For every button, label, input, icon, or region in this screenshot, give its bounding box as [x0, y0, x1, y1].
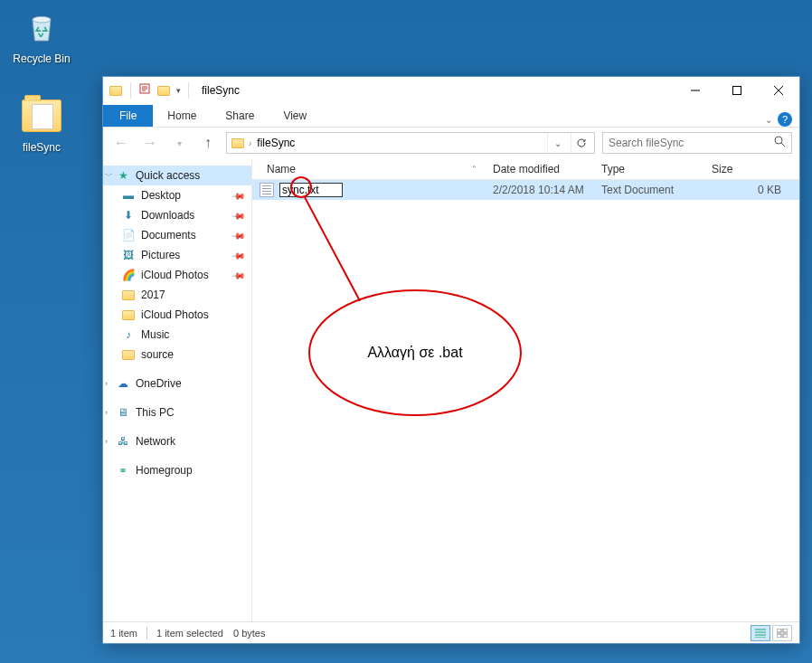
address-box[interactable]: › fileSync ⌄ [226, 132, 595, 154]
desktop-icon-label: Recycle Bin [7, 52, 76, 65]
nav-forward-button[interactable]: → [139, 132, 161, 154]
help-button[interactable]: ? [778, 112, 792, 127]
homegroup-icon: ⚭ [116, 463, 130, 478]
sidebar-homegroup[interactable]: ⚭Homegroup [103, 460, 251, 480]
nav-up-button[interactable]: ↑ [197, 132, 219, 154]
ribbon-expand-button[interactable]: ⌄ [765, 115, 772, 125]
file-list[interactable]: sync.txt 2/2/2018 10:14 AM Text Document… [252, 180, 799, 621]
sidebar-item-2017[interactable]: 2017 [103, 285, 251, 305]
pictures-icon: 🖼 [121, 248, 136, 262]
file-size: 0 KB [704, 184, 799, 196]
file-date: 2/2/2018 10:14 AM [486, 184, 594, 196]
star-icon: ★ [116, 168, 130, 183]
status-bar: 1 item 1 item selected 0 bytes [103, 621, 799, 643]
desktop-icon: ▬ [121, 188, 136, 203]
address-history-dropdown[interactable]: ⌄ [547, 133, 567, 153]
folder-icon [121, 288, 136, 302]
folder-icon [109, 83, 123, 98]
titlebar: ▾ fileSync [103, 77, 799, 104]
desktop-icon-filesync[interactable]: fileSync [7, 94, 76, 154]
icloud-icon: 🌈 [121, 268, 136, 282]
qat-dropdown[interactable]: ▾ [176, 86, 181, 95]
sidebar-item-icloud[interactable]: 🌈iCloud Photos📌 [103, 265, 251, 285]
maximize-button[interactable] [716, 77, 758, 104]
column-type[interactable]: Type [594, 163, 704, 175]
column-name[interactable]: Name⌃ [252, 163, 486, 175]
status-item-count: 1 item [110, 628, 137, 639]
view-large-icons-button[interactable] [772, 625, 792, 641]
column-date[interactable]: Date modified [486, 163, 594, 175]
sidebar-onedrive[interactable]: ›☁OneDrive [103, 374, 251, 393]
sidebar-item-pictures[interactable]: 🖼Pictures📌 [103, 245, 251, 265]
column-size[interactable]: Size [704, 163, 799, 175]
desktop-icon-label: fileSync [7, 141, 76, 154]
pin-icon: 📌 [231, 228, 246, 242]
folder-icon [121, 308, 136, 322]
rename-input[interactable]: sync.txt [279, 183, 343, 197]
pin-icon: 📌 [231, 268, 246, 282]
window-title: fileSync [202, 84, 240, 97]
thispc-icon: 🖥 [116, 405, 130, 420]
sidebar-item-icloud2[interactable]: iCloud Photos [103, 305, 251, 325]
search-input[interactable] [603, 137, 768, 149]
folder-icon [121, 347, 136, 362]
expand-icon: › [105, 408, 108, 417]
recycle-bin-icon [20, 5, 63, 49]
address-bar: ← → ▾ ↑ › fileSync ⌄ [103, 128, 799, 158]
explorer-window: ▾ fileSync File Home Share View ⌄ ? ← → … [102, 76, 800, 644]
qat-properties-button[interactable] [138, 82, 151, 99]
status-bytes: 0 bytes [233, 628, 265, 639]
sidebar-item-music[interactable]: ♪Music [103, 325, 251, 345]
sidebar: ﹀ ★ Quick access ▬Desktop📌 ⬇Downloads📌 📄… [103, 158, 252, 621]
sidebar-quick-access[interactable]: ﹀ ★ Quick access [103, 166, 251, 185]
music-icon: ♪ [121, 327, 136, 342]
minimize-button[interactable] [675, 77, 716, 104]
file-type: Text Document [594, 184, 704, 196]
breadcrumb-separator: › [249, 138, 251, 148]
documents-icon: 📄 [121, 228, 136, 242]
pin-icon: 📌 [231, 208, 246, 223]
network-icon: 🖧 [116, 434, 130, 449]
expand-icon: › [105, 437, 108, 446]
breadcrumb-item[interactable]: fileSync [255, 135, 297, 151]
menu-share[interactable]: Share [211, 105, 269, 127]
pin-icon: 📌 [231, 248, 246, 262]
nav-recent-dropdown[interactable]: ▾ [168, 132, 190, 154]
menu-file[interactable]: File [103, 105, 153, 127]
sidebar-item-source[interactable]: source [103, 345, 251, 365]
svg-point-0 [33, 16, 51, 23]
menubar: File Home Share View ⌄ ? [103, 104, 799, 128]
search-box[interactable] [602, 132, 792, 154]
downloads-icon: ⬇ [121, 208, 136, 223]
expand-icon: ﹀ [105, 170, 113, 182]
onedrive-icon: ☁ [116, 376, 130, 391]
folder-icon [156, 83, 171, 98]
menu-view[interactable]: View [269, 105, 321, 127]
sidebar-item-documents[interactable]: 📄Documents📌 [103, 225, 251, 245]
pin-icon: 📌 [231, 188, 246, 203]
content-area: Name⌃ Date modified Type Size sync.txt 2… [252, 158, 799, 621]
svg-rect-4 [777, 629, 781, 632]
sort-indicator-icon: ⌃ [471, 165, 477, 173]
sidebar-thispc[interactable]: ›🖥This PC [103, 403, 251, 422]
expand-icon: › [105, 379, 108, 388]
svg-rect-7 [783, 634, 788, 638]
status-selected: 1 item selected [156, 628, 223, 639]
folder-icon [20, 94, 63, 137]
nav-back-button[interactable]: ← [110, 132, 132, 154]
sidebar-item-downloads[interactable]: ⬇Downloads📌 [103, 205, 251, 225]
svg-rect-5 [783, 629, 788, 632]
svg-point-3 [775, 137, 782, 144]
desktop-icon-recycle-bin[interactable]: Recycle Bin [7, 5, 76, 65]
close-button[interactable] [758, 77, 799, 104]
svg-rect-2 [733, 87, 741, 95]
sidebar-network[interactable]: ›🖧Network [103, 431, 251, 451]
search-button[interactable] [768, 136, 791, 150]
sidebar-item-desktop[interactable]: ▬Desktop📌 [103, 185, 251, 205]
refresh-button[interactable] [571, 133, 590, 153]
view-details-button[interactable] [751, 625, 770, 641]
file-row[interactable]: sync.txt 2/2/2018 10:14 AM Text Document… [252, 180, 799, 200]
svg-rect-6 [777, 634, 781, 638]
menu-home[interactable]: Home [153, 105, 211, 127]
folder-icon [231, 136, 245, 150]
